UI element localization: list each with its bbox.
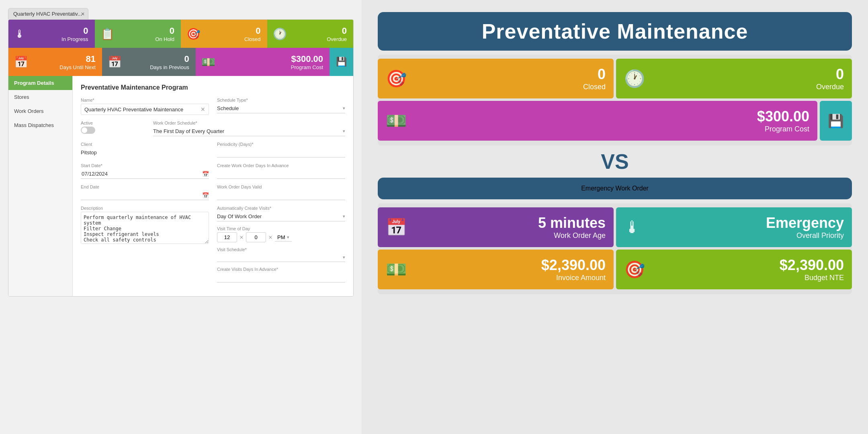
pm-tile-overdue[interactable]: 🕐 0 Overdue xyxy=(616,59,852,98)
ew-tile-age[interactable]: 📅 5 minutes Work Order Age xyxy=(378,207,614,247)
ew-budget-label: Budget NTE xyxy=(780,274,844,282)
active-label: Active xyxy=(81,121,145,125)
periodicity-input[interactable] xyxy=(217,148,345,158)
sidebar-item-mass-dispatches[interactable]: Mass Dispatches xyxy=(8,118,72,132)
calendar-icon-2: 📅 xyxy=(108,55,122,69)
tile-days-in-previous[interactable]: 📅 0 Days in Previous xyxy=(102,48,196,76)
ew-tile-budget[interactable]: 🎯 $2,390.00 Budget NTE xyxy=(616,250,852,289)
dollar-icon-1: 💵 xyxy=(201,55,215,69)
sidebar-item-stores[interactable]: Stores xyxy=(8,90,72,104)
form-row-end-date: End Date 📅 Work Order Days Valid xyxy=(81,184,345,200)
days-prev-label: Days in Previous xyxy=(150,64,189,70)
overdue-number: 0 xyxy=(342,26,347,36)
form-col-description: Description Perform quarterly maintenanc… xyxy=(81,206,209,283)
pm-action-icon: 💾 xyxy=(828,113,844,129)
ew-budget-icon: 🎯 xyxy=(624,260,645,279)
schedule-type-value: Schedule xyxy=(217,105,343,111)
tile-in-progress[interactable]: 🌡 0 In Progress xyxy=(8,20,95,48)
closed-number: 0 xyxy=(256,26,260,36)
work-order-schedule-input[interactable]: The First Day of Every Quarter ▾ xyxy=(153,127,345,136)
toggle-knob xyxy=(82,127,87,133)
tile-overdue[interactable]: 🕐 0 Overdue xyxy=(267,20,354,48)
days-valid-input[interactable] xyxy=(217,190,345,200)
calendar-icon-3[interactable]: 📅 xyxy=(202,171,209,177)
name-clear-icon[interactable]: ✕ xyxy=(201,106,205,113)
in-progress-number: 0 xyxy=(83,26,88,36)
pm-tiles-container: 🎯 0 Closed 🕐 0 Overdue 💵 $300.00 xyxy=(378,55,852,145)
in-progress-label: In Progress xyxy=(61,36,88,42)
create-visits-days-input[interactable] xyxy=(217,273,345,283)
active-toggle[interactable] xyxy=(81,127,95,134)
ew-age-number: 5 minutes xyxy=(538,215,606,231)
chevron-down-icon-2: ▾ xyxy=(343,129,345,134)
tab-label: Quarterly HVAC Preventativ... xyxy=(13,11,82,17)
ew-priority-number: Emergency xyxy=(766,215,844,231)
sidebar-item-program-details[interactable]: Program Details xyxy=(8,76,72,90)
ew-age-content: 5 minutes Work Order Age xyxy=(538,215,606,240)
visit-time-minute[interactable] xyxy=(246,232,266,242)
pm-closed-label: Closed xyxy=(583,83,606,91)
pm-cost-content: $300.00 Program Cost xyxy=(757,108,809,133)
closed-label: Closed xyxy=(244,36,260,42)
pm-overdue-number: 0 xyxy=(816,66,844,83)
form-area: Preventative Maintenance Program Name* Q… xyxy=(73,76,353,296)
tile-closed[interactable]: 🎯 0 Closed xyxy=(181,20,267,48)
calendar-icon-1: 📅 xyxy=(14,55,28,69)
ampm-select[interactable]: PM ▾ xyxy=(275,233,292,242)
periodicity-label: Periodicity (Days)* xyxy=(217,142,345,147)
ew-tile-invoice[interactable]: 💵 $2,390.00 Invoice Amount xyxy=(378,250,614,289)
create-advance-input[interactable] xyxy=(217,169,345,179)
ew-age-label: Work Order Age xyxy=(538,231,606,240)
ew-invoice-label: Invoice Amount xyxy=(541,274,606,282)
ew-invoice-number: $2,390.00 xyxy=(541,257,606,274)
form-col-client: Client Pitstop xyxy=(81,142,209,158)
form-row-client: Client Pitstop Periodicity (Days)* xyxy=(81,142,345,158)
client-label: Client xyxy=(81,142,209,147)
pm-tile-closed[interactable]: 🎯 0 Closed xyxy=(378,59,614,98)
left-panel: Quarterly HVAC Preventativ... ✕ 🌡 0 In P… xyxy=(0,0,362,434)
tile-on-hold[interactable]: 📋 0 On Hold xyxy=(95,20,181,48)
start-date-input[interactable]: 📅 xyxy=(81,169,209,179)
create-advance-label: Create Work Order Days In Advance xyxy=(217,163,345,168)
ew-priority-icon: 🌡 xyxy=(624,218,641,237)
close-icon[interactable]: ✕ xyxy=(81,11,85,17)
work-order-schedule-label: Work Order Schedule* xyxy=(153,121,345,125)
pm-action-button[interactable]: 💾 xyxy=(820,101,852,141)
tile-days-until-next[interactable]: 📅 81 Days Until Next xyxy=(8,48,102,76)
form-col-name: Name* Quarterly HVAC Preventative Mainte… xyxy=(81,98,209,115)
emergency-tiles-row2: 💵 $2,390.00 Invoice Amount 🎯 $2,390.00 B… xyxy=(378,250,852,289)
auto-create-input[interactable]: Day Of Work Order ▾ xyxy=(217,212,345,221)
create-visits-days-label: Create Visits Days In Advance* xyxy=(217,267,345,272)
schedule-type-input[interactable]: Schedule ▾ xyxy=(217,104,345,113)
browser-tab[interactable]: Quarterly HVAC Preventativ... ✕ xyxy=(8,8,88,19)
emergency-header-text: Emergency Work Order xyxy=(581,185,649,192)
ew-tile-priority[interactable]: 🌡 Emergency Overall Priority xyxy=(616,207,852,247)
visit-time-row: ✕ ✕ PM ▾ xyxy=(217,232,345,242)
calendar-icon-4[interactable]: 📅 xyxy=(202,192,209,199)
ew-priority-content: Emergency Overall Priority xyxy=(766,215,844,240)
name-input-box[interactable]: Quarterly HVAC Preventative Maintenance … xyxy=(81,104,209,115)
form-col-schedule-type: Schedule Type* Schedule ▾ xyxy=(217,98,345,115)
tile-action-btn[interactable]: 💾 xyxy=(330,48,353,76)
pm-closed-content: 0 Closed xyxy=(583,66,606,91)
stat-tiles-row1: 🌡 0 In Progress 📋 0 On Hold 🎯 0 Closed 🕐… xyxy=(8,20,353,48)
ampm-value: PM xyxy=(277,234,285,240)
end-date-input[interactable]: 📅 xyxy=(81,190,209,200)
target-icon: 🎯 xyxy=(186,27,201,41)
tile-program-cost[interactable]: 💵 $300.00 Program Cost xyxy=(196,48,330,76)
pm-cost-number: $300.00 xyxy=(757,108,809,125)
on-hold-label: On Hold xyxy=(155,36,174,42)
vs-divider: VS xyxy=(378,149,852,174)
sidebar-item-work-orders[interactable]: Work Orders xyxy=(8,104,72,118)
form-row-name: Name* Quarterly HVAC Preventative Mainte… xyxy=(81,98,345,115)
days-prev-number: 0 xyxy=(184,54,189,64)
pm-overdue-label: Overdue xyxy=(816,83,844,91)
pm-tile-cost[interactable]: 💵 $300.00 Program Cost xyxy=(378,101,817,141)
clipboard-icon: 📋 xyxy=(100,27,115,41)
visit-time-hour[interactable] xyxy=(217,232,237,242)
sidebar: Program Details Stores Work Orders Mass … xyxy=(8,76,73,296)
ew-budget-number: $2,390.00 xyxy=(780,257,844,274)
description-textarea[interactable]: Perform quarterly maintenance of HVAC sy… xyxy=(81,212,209,244)
visit-schedule-input[interactable]: ▾ xyxy=(217,253,345,262)
form-row-description: Description Perform quarterly maintenanc… xyxy=(81,206,345,283)
